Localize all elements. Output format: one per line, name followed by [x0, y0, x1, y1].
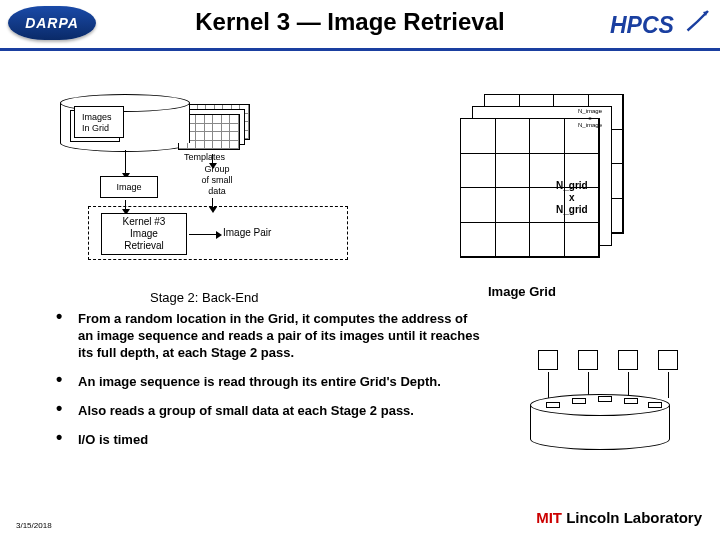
footer-date: 3/15/2018: [16, 521, 52, 530]
list-item: From a random location in the Grid, it c…: [56, 310, 486, 361]
darpa-logo: DARPA: [8, 6, 96, 40]
header-rule: [0, 48, 720, 51]
footer-lab-rest: Lincoln Laboratory: [562, 509, 702, 526]
list-item: Also reads a group of small data at each…: [56, 402, 486, 419]
arrow-icon: [212, 154, 213, 164]
kernel-3-box: Kernel #3 Image Retrieval: [101, 213, 187, 255]
list-item: I/O is timed: [56, 431, 486, 448]
image-grid-stack: N_image x N_image N_grid x N_grid: [460, 94, 630, 264]
hpcs-logo: HPCS: [610, 8, 710, 44]
list-item: An image sequence is read through its en…: [56, 373, 486, 390]
image-grid-caption: Image Grid: [488, 284, 556, 299]
images-in-grid-cylinder: Images In Grid: [60, 94, 190, 150]
image-box: Image: [100, 176, 158, 198]
footer-lab-mit: MIT: [536, 509, 562, 526]
grid-cell-dim-label: N_image x N_image: [578, 108, 602, 129]
slide-header: DARPA Kernel 3 — Image Retrieval HPCS: [0, 0, 720, 58]
stage-2-label: Stage 2: Back-End: [150, 290, 258, 305]
templates-stack: Templates: [178, 104, 260, 154]
image-pair-label: Image Pair: [223, 227, 271, 238]
footer-lab: MIT Lincoln Laboratory: [536, 509, 702, 526]
slide-title: Kernel 3 — Image Retrieval: [120, 8, 580, 36]
hpcs-logo-text: HPCS: [610, 12, 675, 38]
arrow-icon: [189, 234, 217, 235]
grid-depth-diagram: [510, 350, 690, 470]
bullet-list: From a random location in the Grid, it c…: [56, 310, 486, 460]
arrow-icon: [125, 150, 126, 174]
cylinder-label: Images In Grid: [82, 112, 112, 134]
kernel-stage-box: Kernel #3 Image Retrieval Image Pair: [88, 206, 348, 260]
slide: DARPA Kernel 3 — Image Retrieval HPCS Im…: [0, 0, 720, 540]
line-icon: [548, 372, 549, 398]
small-data-label: Group of small data: [192, 164, 242, 197]
diagram-area: Images In Grid Templates Image Group of …: [60, 90, 660, 290]
darpa-logo-text: DARPA: [25, 15, 79, 31]
line-icon: [668, 372, 669, 398]
templates-label: Templates: [184, 152, 225, 162]
grid-dim-label: N_grid x N_grid: [556, 180, 588, 216]
